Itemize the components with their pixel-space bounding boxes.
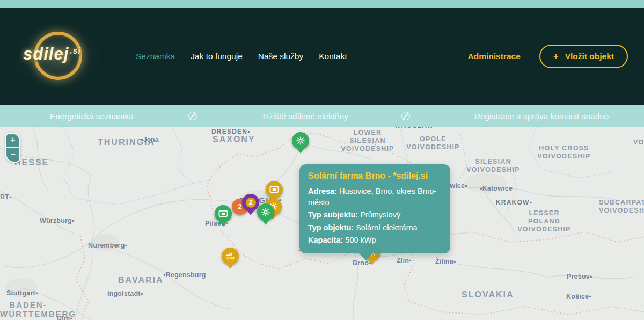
- site-header: sdilej.si Seznamka Jak to funguje Naše s…: [0, 8, 644, 105]
- nav-item-kontakt[interactable]: Kontakt: [319, 52, 347, 61]
- add-object-button[interactable]: + Vložit objekt: [539, 45, 628, 68]
- map-label-opole: OPOLE VOIVODESHIP: [404, 135, 463, 151]
- map-label-zilina: Žilina▪: [435, 258, 456, 265]
- map-popup: Solární farma Brno - *sdilej.si Adresa: …: [299, 164, 450, 253]
- marker-solar-green-north[interactable]: [292, 132, 309, 149]
- map-label-stuttgart: Stuttgart▪: [6, 289, 38, 297]
- header-actions: Administrace + Vložit objekt: [468, 45, 628, 68]
- popup-field-typ-objektu: Typ objektu: Solární elektrárna: [308, 222, 442, 234]
- map-label-nuremberg: Nuremberg▪: [88, 242, 127, 249]
- map-label-krakow: KRAKOW▪: [496, 199, 532, 206]
- battery-icon: [269, 186, 280, 193]
- map-label-frankfurt-clipped: RT▪: [0, 193, 12, 201]
- nav-item-jak-to-funguje[interactable]: Jak to funguje: [191, 52, 243, 61]
- map-label-wurzburg: Würzburg▪: [40, 217, 75, 224]
- plus-icon: +: [553, 51, 559, 62]
- map-label-bavaria: BAVARIA: [118, 275, 164, 285]
- tagline-trziste: Tržiště sdílené elektřiny: [261, 112, 348, 121]
- map-label-silesian: SILESIAN VOIVODESHIP: [462, 158, 525, 174]
- popup-field-kapacita: Kapacita: 500 kWp: [308, 235, 442, 246]
- tagline-registrace: Registrace a správa komunit snadno: [474, 112, 609, 121]
- map-zoom-control: + −: [5, 133, 20, 163]
- map-label-lesser-poland: LESSER POLAND VOIVODESHIP: [514, 209, 574, 234]
- map-label-baden-wurttemberg: BADEN- WÜRTTEMBERG: [0, 300, 56, 318]
- map-label-kosice: Košice▪: [566, 293, 591, 300]
- marker-solar-green-prague[interactable]: [257, 203, 274, 221]
- map-label-saxony: SAXONY: [213, 135, 255, 144]
- map-label-lower-silesian: LOWER SILESIAN VOIVODESHIP: [335, 129, 400, 153]
- marker-cluster-purple[interactable]: 2: [242, 194, 259, 211]
- battery-icon: [218, 210, 229, 217]
- map-label-holy-cross: HOLY CROSS VOIVODESHIP: [532, 144, 596, 161]
- cluster-count: 2: [246, 198, 256, 208]
- marker-wind-gold[interactable]: [222, 248, 239, 265]
- zoom-out-button[interactable]: −: [6, 148, 19, 162]
- top-accent-strip: [0, 0, 644, 8]
- popup-title: Solární farma Brno - *sdilej.si: [308, 171, 442, 181]
- tagline-energeticka-seznamka: Energetická seznamka: [50, 112, 134, 121]
- map-label-regensburg: ▪Regensburg: [163, 271, 206, 279]
- marker-battery-gold[interactable]: [266, 181, 283, 198]
- map-label-dresden: DRESDEN▪: [211, 128, 251, 135]
- map[interactable]: HESSE THURINGIA ▪Jena DRESDEN▪ SAXONY LO…: [0, 127, 644, 320]
- map-label-presov: Prešov▪: [567, 273, 592, 280]
- add-object-button-label: Vložit objekt: [565, 52, 614, 61]
- sun-icon: [261, 207, 270, 217]
- map-label-wroclaw: WROCLAW: [394, 127, 434, 129]
- popup-field-typ-subjektu: Typ subjektu: Průmyslový: [308, 209, 442, 221]
- tagline-banner: Energetická seznamka Tržiště sdílené ele…: [0, 105, 644, 127]
- nav-item-seznamka[interactable]: Seznamka: [136, 52, 175, 61]
- admin-link[interactable]: Administrace: [468, 52, 521, 61]
- nav-item-nase-sluzby[interactable]: Naše služby: [258, 52, 303, 61]
- wind-icon: [225, 252, 235, 260]
- map-label-ulm: Ulm▪: [57, 315, 72, 320]
- map-label-katowice: ▪Katowice: [480, 185, 513, 192]
- slashed-circle-icon: [401, 112, 410, 120]
- logo-text: sdilej.si: [23, 45, 81, 64]
- map-label-subcarpathian: SUBCARPATH VOIVODESH: [599, 199, 644, 215]
- logo[interactable]: sdilej.si: [16, 25, 99, 88]
- map-label-zlin: Zlín▪: [397, 257, 412, 264]
- zoom-in-button[interactable]: +: [6, 134, 19, 148]
- map-label-voivodeship-clipped: VO: [633, 139, 644, 147]
- map-label-ingolstadt: Ingolstadt▪: [107, 290, 143, 297]
- marker-battery-green[interactable]: [215, 205, 232, 222]
- cluster-count: 2: [238, 202, 242, 211]
- main-nav: Seznamka Jak to funguje Naše služby Kont…: [136, 52, 347, 61]
- sun-icon: [296, 136, 305, 146]
- map-label-jena: ▪Jena: [141, 136, 159, 143]
- popup-field-adresa: Adresa: Husovice, Brno, okres Brno-město: [308, 186, 442, 208]
- map-label-slovakia: SLOVAKIA: [462, 290, 514, 300]
- slashed-circle-icon: [188, 112, 197, 120]
